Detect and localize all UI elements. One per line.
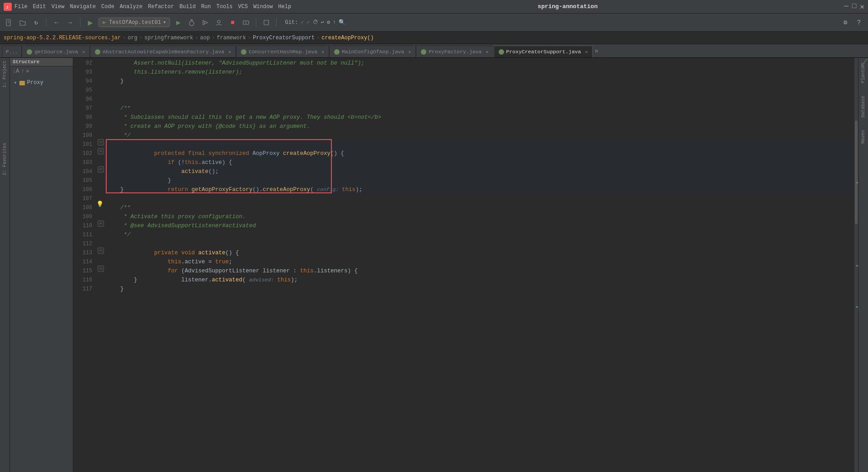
fold-97[interactable]: − xyxy=(98,139,104,145)
menu-help[interactable]: Help xyxy=(278,4,291,10)
close-tab-concurrenthashmap[interactable]: ✕ xyxy=(321,49,324,55)
breadcrumb-framework[interactable]: framework xyxy=(217,35,246,41)
proxy-item[interactable]: ▾ Proxy xyxy=(12,78,71,87)
tab-proxycreator[interactable]: ProxyCreatorSupport.java ✕ xyxy=(494,46,593,57)
stop-button[interactable]: ■ xyxy=(227,17,238,28)
sync-button[interactable]: ↻ xyxy=(31,17,42,28)
run-button[interactable]: ▶ xyxy=(173,17,184,28)
git-clock[interactable]: ⏱ xyxy=(313,19,318,26)
fold-114[interactable]: − xyxy=(98,266,104,272)
menu-tools[interactable]: Tools xyxy=(217,4,233,10)
code-area: 92 93 94 95 96 97 98 99 100 101 102 103 … xyxy=(73,58,858,472)
menu-vcs[interactable]: VCS xyxy=(238,4,248,10)
toolbar-sep3 xyxy=(256,18,256,27)
breadcrumb-org[interactable]: org xyxy=(127,35,137,41)
run-coverage-button[interactable] xyxy=(200,17,211,28)
forward-button[interactable]: → xyxy=(65,17,75,28)
svg-text:J: J xyxy=(6,5,8,9)
git-check2: ✓ xyxy=(307,19,310,26)
settings-button[interactable]: ⚙ xyxy=(840,17,851,28)
fold-102[interactable]: − xyxy=(98,166,104,173)
breadcrumb-jar[interactable]: spring-aop-5.2.2.RELEASE-sources.jar xyxy=(4,35,121,41)
code-line-113: this.active = true; xyxy=(107,248,854,257)
panel-favorites[interactable]: 2: Favorites xyxy=(0,140,9,178)
structure-more-btn[interactable]: » xyxy=(26,68,29,75)
project-tab[interactable]: P... xyxy=(2,46,22,57)
tab-getsource[interactable]: getSource.java ✕ xyxy=(22,46,90,57)
profile-button[interactable] xyxy=(213,17,224,28)
menu-edit[interactable]: Edit xyxy=(33,4,46,10)
new-file-button[interactable] xyxy=(4,17,14,28)
line-num-115: 115 xyxy=(73,266,92,276)
scrollbar-track[interactable] xyxy=(854,58,858,472)
git-undo[interactable]: ↩ xyxy=(321,19,324,26)
fold-108[interactable]: − xyxy=(98,220,104,227)
git-settings[interactable]: ⚙ xyxy=(327,19,330,26)
menu-file[interactable]: File xyxy=(14,4,28,10)
maximize-button[interactable]: □ xyxy=(852,2,857,11)
svg-marker-8 xyxy=(203,20,208,25)
fold-101[interactable]: − xyxy=(98,148,104,154)
code-line-96 xyxy=(107,95,854,104)
menu-analyze[interactable]: Analyze xyxy=(120,4,142,10)
code-line-100: */ xyxy=(107,131,854,140)
menu-view[interactable]: View xyxy=(52,4,65,10)
breadcrumb-method[interactable]: createAopProxy() xyxy=(321,35,373,41)
proxy-folder-icon xyxy=(19,79,25,86)
breadcrumb-springframework[interactable]: springframework xyxy=(144,35,193,41)
debug-button[interactable] xyxy=(186,17,197,28)
back-button[interactable]: ← xyxy=(51,17,62,28)
attach-button[interactable] xyxy=(241,17,251,28)
breadcrumb-sep4: › xyxy=(212,35,215,41)
menu-build[interactable]: Build xyxy=(179,4,196,10)
structure-sort-type[interactable]: ↑ xyxy=(21,68,24,75)
maven-panel-label[interactable]: Maven xyxy=(860,128,867,145)
help-button[interactable]: ? xyxy=(854,17,864,28)
menu-code[interactable]: Code xyxy=(101,4,114,10)
scroll-indicator-1 xyxy=(856,182,858,183)
run-config-selector[interactable]: TestOfAop.test01 ▾ xyxy=(99,18,170,27)
tab-icon-abstractautowire xyxy=(95,49,100,55)
build-button[interactable] xyxy=(261,17,272,28)
toolbar: ↻ ← → ▶ TestOfAop.test01 ▾ ▶ ■ Git: ✓ ✓ … xyxy=(0,14,868,32)
app-logo: J xyxy=(4,3,12,11)
window-buttons[interactable]: — □ ✕ xyxy=(844,2,864,11)
minimize-button[interactable]: — xyxy=(844,2,849,11)
code-line-108: /** xyxy=(107,203,854,212)
scrollbar-thumb[interactable] xyxy=(855,121,858,224)
tab-proxyfactory[interactable]: ProxyFactory.java ✕ xyxy=(416,46,493,57)
breadcrumb-aop[interactable]: aop xyxy=(200,35,210,41)
svg-marker-5 xyxy=(103,21,106,24)
git-section: Git: ✓ ✓ ⏱ ↩ ⚙ ↑ 🔍 xyxy=(285,19,345,26)
menu-run[interactable]: Run xyxy=(201,4,211,10)
close-tab-abstractautowire[interactable]: ✕ xyxy=(228,49,231,55)
code-content[interactable]: Assert.notNull(listener, "AdvisedSupport… xyxy=(105,58,854,472)
lightbulb-icon[interactable]: 💡 xyxy=(96,201,104,208)
fold-112[interactable]: − xyxy=(98,248,104,254)
close-tab-getsource[interactable]: ✕ xyxy=(82,49,85,55)
close-tab-proxycreator[interactable]: ✕ xyxy=(585,49,588,55)
panel-project[interactable]: 1: Project xyxy=(0,58,9,90)
close-button[interactable]: ✕ xyxy=(860,2,864,11)
run-green-button[interactable]: ▶ xyxy=(85,17,96,28)
menu-navigate[interactable]: Navigate xyxy=(70,4,96,10)
tab-abstractautowire[interactable]: AbstractAutowireCapableBeanFactory.java … xyxy=(90,46,236,57)
project-icon: P... xyxy=(6,49,18,55)
code-line-101: protected final synchronized AopProxy cr… xyxy=(107,140,854,149)
more-tabs-icon[interactable]: » xyxy=(593,47,600,55)
close-tab-proxyfactory[interactable]: ✕ xyxy=(486,49,489,55)
git-search[interactable]: 🔍 xyxy=(339,19,345,26)
database-panel-label[interactable]: Database xyxy=(860,94,867,119)
menu-refactor[interactable]: Refactor xyxy=(148,4,174,10)
menubar[interactable]: File Edit View Navigate Code Analyze Ref… xyxy=(14,4,291,10)
structure-sort-alpha[interactable]: ↓A xyxy=(13,68,19,75)
tab-mainconfigofaop[interactable]: MainConfigOfAop.java ✕ xyxy=(329,46,416,57)
git-push[interactable]: ↑ xyxy=(333,19,336,26)
tab-concurrenthashmap[interactable]: ConcurrentHashMap.java ✕ xyxy=(236,46,329,57)
editor-tabs: P... getSource.java ✕ AbstractAutowireCa… xyxy=(0,44,868,58)
close-tab-mainconfigofaop[interactable]: ✕ xyxy=(408,49,411,55)
breadcrumb-class[interactable]: ProxyCreatorSupport xyxy=(253,35,315,41)
code-line-115: listener.activated( advised: this); xyxy=(107,266,854,276)
open-button[interactable] xyxy=(17,17,28,28)
menu-window[interactable]: Window xyxy=(253,4,273,10)
